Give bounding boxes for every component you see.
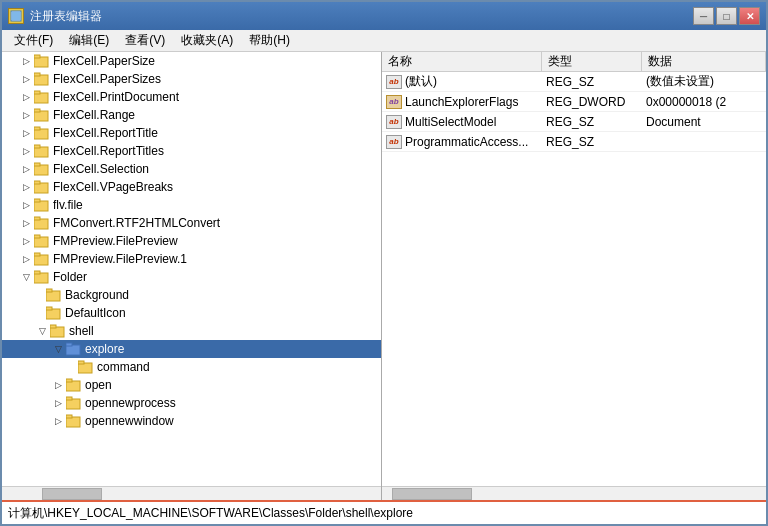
list-row-launchexplorerflags[interactable]: ab LaunchExplorerFlags REG_DWORD 0x00000… xyxy=(382,92,766,112)
status-bar: 计算机\HKEY_LOCAL_MACHINE\SOFTWARE\Classes\… xyxy=(2,500,766,524)
tree-item-flexcell-reporttitles[interactable]: ▷ FlexCell.ReportTitles xyxy=(2,142,381,160)
tree-hscroll-thumb[interactable] xyxy=(42,488,102,500)
right-hscroll-thumb[interactable] xyxy=(392,488,472,500)
svg-rect-20 xyxy=(34,181,40,184)
tree-item-fmpreview-filepreview[interactable]: ▷ FMPreview.FilePreview xyxy=(2,232,381,250)
reg-icon: ab xyxy=(386,115,402,129)
tree-label: FlexCell.PrintDocument xyxy=(53,90,179,104)
menu-file[interactable]: 文件(F) xyxy=(6,30,61,51)
folder-icon xyxy=(66,378,82,392)
status-path: 计算机\HKEY_LOCAL_MACHINE\SOFTWARE\Classes\… xyxy=(8,505,413,522)
tree-item-explore[interactable]: ▽ explore xyxy=(2,340,381,358)
menu-help[interactable]: 帮助(H) xyxy=(241,30,298,51)
menu-view[interactable]: 查看(V) xyxy=(117,30,173,51)
menu-edit[interactable]: 编辑(E) xyxy=(61,30,117,51)
tree-label: shell xyxy=(69,324,94,338)
expand-icon: ▷ xyxy=(18,233,34,249)
expand-icon: ▷ xyxy=(18,71,34,87)
expand-icon: ▷ xyxy=(18,197,34,213)
tree-item-flexcell-vpagebreaks[interactable]: ▷ FlexCell.VPageBreaks xyxy=(2,178,381,196)
window-title: 注册表编辑器 xyxy=(30,8,693,25)
expand-icon: ▽ xyxy=(34,323,50,339)
tree-item-flexcell-range[interactable]: ▷ FlexCell.Range xyxy=(2,106,381,124)
list-row-multiselectmodel[interactable]: ab MultiSelectModel REG_SZ Document xyxy=(382,112,766,132)
svg-rect-44 xyxy=(66,397,72,400)
tree-item-shell[interactable]: ▽ shell xyxy=(2,322,381,340)
tree-label: FlexCell.Selection xyxy=(53,162,149,176)
tree-item-open[interactable]: ▷ open xyxy=(2,376,381,394)
header-name[interactable]: 名称 xyxy=(382,52,542,71)
tree-label: FMPreview.FilePreview xyxy=(53,234,178,248)
svg-rect-34 xyxy=(46,307,52,310)
expand-icon: ▷ xyxy=(18,215,34,231)
tree-item-flexcell-selection[interactable]: ▷ FlexCell.Selection xyxy=(2,160,381,178)
folder-icon xyxy=(34,126,50,140)
tree-label: FlexCell.PaperSize xyxy=(53,54,155,68)
svg-rect-16 xyxy=(34,145,40,148)
svg-rect-46 xyxy=(66,415,72,418)
folder-icon xyxy=(34,108,50,122)
folder-icon xyxy=(66,396,82,410)
tree-label: opennewprocess xyxy=(85,396,176,410)
tree-item-background[interactable]: Background xyxy=(2,286,381,304)
right-hscrollbar[interactable] xyxy=(382,486,766,500)
tree-label: flv.file xyxy=(53,198,83,212)
list-scroll[interactable]: ab (默认) REG_SZ (数值未设置) ab LaunchExplorer… xyxy=(382,72,766,486)
svg-rect-26 xyxy=(34,235,40,238)
tree-item-flv-file[interactable]: ▷ flv.file xyxy=(2,196,381,214)
list-header: 名称 类型 数据 xyxy=(382,52,766,72)
cell-type-default: REG_SZ xyxy=(542,75,642,89)
svg-rect-38 xyxy=(66,343,72,346)
tree-item-fmconvert[interactable]: ▷ FMConvert.RTF2HTMLConvert xyxy=(2,214,381,232)
list-row-programmaticaccess[interactable]: ab ProgrammaticAccess... REG_SZ xyxy=(382,132,766,152)
tree-item-flexcell-papersize[interactable]: ▷ FlexCell.PaperSize xyxy=(2,52,381,70)
svg-rect-32 xyxy=(46,289,52,292)
tree-item-command[interactable]: command xyxy=(2,358,381,376)
svg-rect-4 xyxy=(16,16,20,20)
tree-panel: ▷ FlexCell.PaperSize ▷ FlexCell.PaperSiz… xyxy=(2,52,382,500)
folder-icon xyxy=(78,360,94,374)
expand-icon: ▷ xyxy=(18,179,34,195)
expand-icon: ▷ xyxy=(50,413,66,429)
tree-item-opennewwindow[interactable]: ▷ opennewwindow xyxy=(2,412,381,430)
folder-icon xyxy=(34,252,50,266)
expand-icon: ▽ xyxy=(18,269,34,285)
menu-favorites[interactable]: 收藏夹(A) xyxy=(173,30,241,51)
tree-hscrollbar[interactable] xyxy=(2,486,381,500)
svg-rect-28 xyxy=(34,253,40,256)
folder-open-icon xyxy=(66,342,82,356)
cell-name-programmatic: ab ProgrammaticAccess... xyxy=(382,135,542,149)
expand-icon: ▷ xyxy=(18,107,34,123)
tree-item-flexcell-reporttitle[interactable]: ▷ FlexCell.ReportTitle xyxy=(2,124,381,142)
tree-label: command xyxy=(97,360,150,374)
tree-label: FlexCell.Range xyxy=(53,108,135,122)
tree-item-opennewprocess[interactable]: ▷ opennewprocess xyxy=(2,394,381,412)
expand-icon: ▷ xyxy=(50,377,66,393)
reg-icon: ab xyxy=(386,75,402,89)
tree-label: FlexCell.VPageBreaks xyxy=(53,180,173,194)
expand-icon: ▷ xyxy=(18,89,34,105)
tree-label: opennewwindow xyxy=(85,414,174,428)
svg-rect-30 xyxy=(34,271,40,274)
tree-item-flexcell-printdocument[interactable]: ▷ FlexCell.PrintDocument xyxy=(2,88,381,106)
minimize-button[interactable]: ─ xyxy=(693,7,714,25)
close-button[interactable]: ✕ xyxy=(739,7,760,25)
expand-icon: ▷ xyxy=(18,125,34,141)
header-data[interactable]: 数据 xyxy=(642,52,766,71)
header-type[interactable]: 类型 xyxy=(542,52,642,71)
cell-type-programmatic: REG_SZ xyxy=(542,135,642,149)
reg-icon: ab xyxy=(386,135,402,149)
tree-item-fmpreview-filepreview1[interactable]: ▷ FMPreview.FilePreview.1 xyxy=(2,250,381,268)
maximize-button[interactable]: □ xyxy=(716,7,737,25)
svg-rect-3 xyxy=(12,16,16,20)
tree-item-flexcell-papersizes[interactable]: ▷ FlexCell.PaperSizes xyxy=(2,70,381,88)
folder-icon xyxy=(34,234,50,248)
folder-icon xyxy=(46,288,62,302)
cell-data-launch: 0x00000018 (2 xyxy=(642,95,766,109)
tree-scroll[interactable]: ▷ FlexCell.PaperSize ▷ FlexCell.PaperSiz… xyxy=(2,52,381,486)
cell-data-default: (数值未设置) xyxy=(642,73,766,90)
list-row-default[interactable]: ab (默认) REG_SZ (数值未设置) xyxy=(382,72,766,92)
tree-item-folder[interactable]: ▽ Folder xyxy=(2,268,381,286)
tree-item-defaulticon[interactable]: DefaultIcon xyxy=(2,304,381,322)
main-content: ▷ FlexCell.PaperSize ▷ FlexCell.PaperSiz… xyxy=(2,52,766,500)
